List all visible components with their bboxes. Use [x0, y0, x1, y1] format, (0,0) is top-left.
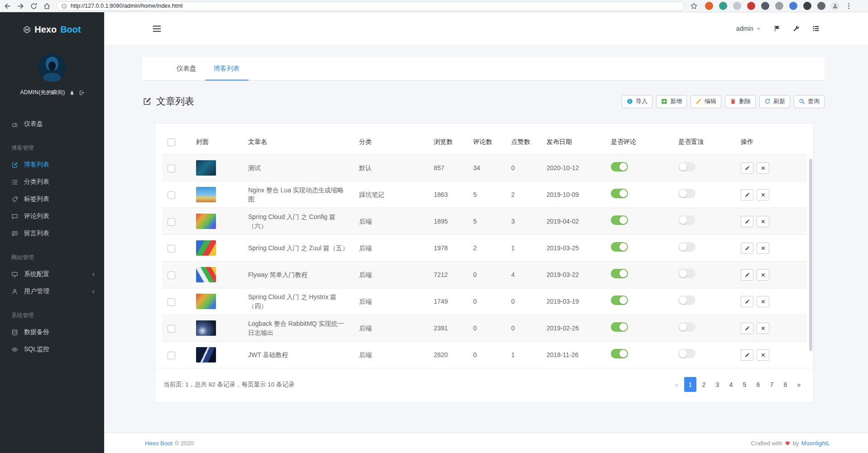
- table-scrollbar[interactable]: [809, 159, 812, 351]
- row-checkbox[interactable]: [168, 191, 175, 199]
- import-icon: [627, 98, 633, 105]
- pin-toggle[interactable]: [678, 296, 695, 305]
- page-button[interactable]: »: [793, 377, 805, 392]
- page-button[interactable]: 4: [725, 377, 737, 392]
- row-edit-button[interactable]: [741, 216, 753, 227]
- forward-icon[interactable]: [17, 2, 24, 10]
- row-edit-button[interactable]: [741, 296, 753, 307]
- list-icon[interactable]: [812, 25, 820, 32]
- edit-button[interactable]: 编辑: [691, 95, 721, 108]
- pin-toggle[interactable]: [678, 322, 695, 332]
- comment-toggle[interactable]: [611, 296, 628, 305]
- sidebar-item-dashboard[interactable]: 仪表盘: [0, 115, 104, 133]
- row-edit-button[interactable]: [741, 323, 753, 334]
- browser-menu-icon[interactable]: [845, 2, 853, 10]
- browser-profile-avatar[interactable]: [831, 2, 839, 10]
- pin-toggle[interactable]: [678, 162, 695, 172]
- page-button-active[interactable]: 1: [684, 377, 696, 392]
- row-delete-button[interactable]: [757, 269, 769, 281]
- extension-icon-slate[interactable]: [817, 2, 825, 10]
- extension-icon-dark[interactable]: [761, 2, 769, 10]
- row-delete-button[interactable]: [757, 243, 769, 254]
- select-all-checkbox[interactable]: [168, 138, 175, 146]
- flag-icon[interactable]: [773, 25, 781, 32]
- comment-toggle[interactable]: [611, 269, 628, 278]
- sidebar-item-sql-monitor[interactable]: SQL监控: [0, 341, 104, 358]
- logout-icon[interactable]: [79, 90, 84, 95]
- row-checkbox[interactable]: [168, 272, 175, 279]
- sidebar-item-system-config[interactable]: 系统配置: [0, 266, 104, 283]
- sidebar-item-data-backup[interactable]: 数据备份: [0, 324, 104, 341]
- row-checkbox[interactable]: [168, 218, 175, 226]
- extension-icon-red[interactable]: [747, 2, 755, 10]
- page-button[interactable]: 2: [698, 377, 710, 392]
- pin-toggle[interactable]: [678, 349, 695, 358]
- toggle-knob: [679, 350, 687, 358]
- row-checkbox[interactable]: [168, 298, 175, 306]
- row-edit-button[interactable]: [741, 269, 753, 281]
- add-button[interactable]: 新增: [656, 95, 687, 108]
- home-icon[interactable]: [43, 2, 51, 10]
- page-button[interactable]: 5: [739, 377, 751, 392]
- row-delete-button[interactable]: [757, 296, 769, 307]
- pin-toggle[interactable]: [678, 269, 695, 278]
- bookmark-star-icon[interactable]: [690, 2, 698, 10]
- footer-author-link[interactable]: MoonlightL: [801, 440, 830, 447]
- pin-toggle[interactable]: [678, 189, 695, 198]
- site-info-icon[interactable]: [61, 3, 67, 9]
- row-delete-button[interactable]: [757, 216, 769, 227]
- row-checkbox[interactable]: [168, 325, 175, 333]
- comment-toggle[interactable]: [611, 322, 628, 332]
- row-edit-button[interactable]: [741, 243, 753, 254]
- extension-icon-blue[interactable]: [789, 2, 797, 10]
- sidebar-item-category-list[interactable]: 分类列表: [0, 173, 104, 191]
- page-button[interactable]: «: [671, 377, 683, 392]
- page-button[interactable]: 6: [752, 377, 764, 392]
- comment-toggle[interactable]: [611, 162, 628, 172]
- sidebar-item-tag-list[interactable]: 标签列表: [0, 191, 104, 208]
- wrench-icon[interactable]: [793, 25, 800, 32]
- page-button[interactable]: 8: [779, 377, 791, 392]
- sidebar-item-comment-list[interactable]: 评论列表: [0, 208, 104, 225]
- row-delete-button[interactable]: [757, 189, 769, 200]
- tab[interactable]: 仪表盘: [168, 57, 205, 80]
- footer-brand-link[interactable]: Hexo Boot: [145, 440, 173, 447]
- refresh-button[interactable]: 刷新: [759, 95, 790, 108]
- sidebar-item-blog-list[interactable]: 博客列表: [0, 156, 104, 173]
- page-button[interactable]: 7: [766, 377, 778, 392]
- comment-toggle[interactable]: [611, 215, 628, 225]
- delete-button[interactable]: 删除: [725, 95, 756, 108]
- back-icon[interactable]: [4, 2, 11, 10]
- sidebar-item-message-list[interactable]: 留言列表: [0, 225, 104, 242]
- row-delete-button[interactable]: [757, 349, 769, 361]
- page-button[interactable]: 3: [711, 377, 724, 392]
- article-category: 后端: [354, 213, 428, 229]
- pin-toggle[interactable]: [678, 215, 695, 225]
- import-button[interactable]: 导入: [622, 95, 652, 108]
- url-bar[interactable]: http://127.0.0.1:8080/admin/home/index.h…: [56, 1, 685, 11]
- comment-toggle[interactable]: [611, 349, 628, 358]
- comment-toggle[interactable]: [611, 189, 628, 198]
- search-button[interactable]: 查询: [794, 95, 825, 108]
- hamburger-menu-icon[interactable]: [153, 25, 161, 32]
- extension-icon-teal[interactable]: [719, 2, 727, 10]
- row-checkbox[interactable]: [168, 352, 175, 359]
- extension-icon-gray[interactable]: [775, 2, 783, 10]
- row-delete-button[interactable]: [757, 162, 769, 174]
- extension-icon-charcoal[interactable]: [803, 2, 811, 10]
- row-checkbox[interactable]: [168, 165, 175, 172]
- theme-drop-icon[interactable]: [69, 90, 75, 95]
- row-delete-button[interactable]: [757, 323, 769, 334]
- extension-icon-orange[interactable]: [705, 2, 713, 10]
- row-edit-button[interactable]: [741, 349, 753, 361]
- row-checkbox[interactable]: [168, 245, 175, 253]
- pin-toggle[interactable]: [678, 242, 695, 252]
- reload-icon[interactable]: [30, 2, 38, 10]
- extension-icon-light[interactable]: [733, 2, 741, 10]
- sidebar-item-user-manage[interactable]: 用户管理: [0, 283, 104, 300]
- row-edit-button[interactable]: [741, 189, 753, 200]
- row-edit-button[interactable]: [741, 162, 753, 174]
- comment-toggle[interactable]: [611, 242, 628, 252]
- tab[interactable]: 博客列表: [205, 57, 249, 80]
- user-dropdown[interactable]: admin: [736, 25, 761, 32]
